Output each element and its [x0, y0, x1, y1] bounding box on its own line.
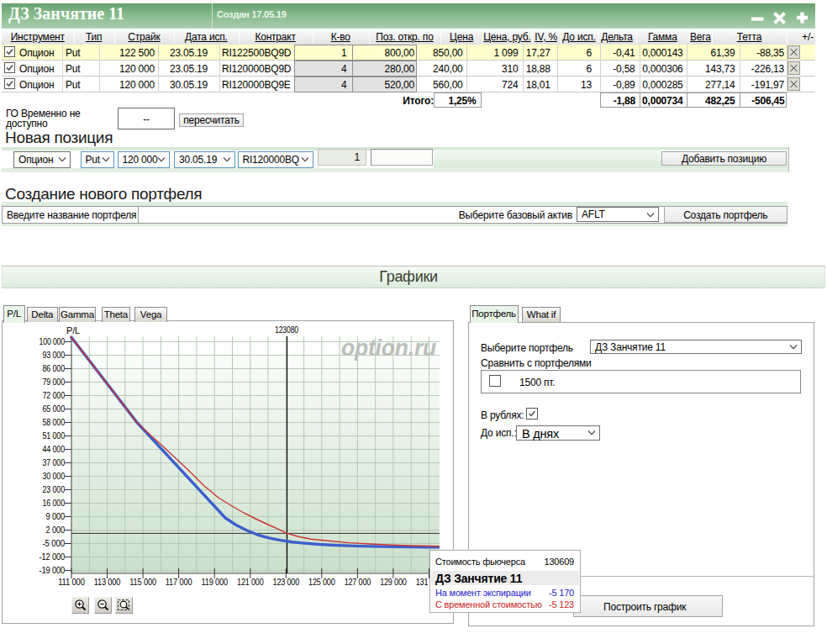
svg-text:117 000: 117 000 [166, 577, 192, 587]
svg-text:125 000: 125 000 [308, 577, 335, 587]
svg-text:-19 000: -19 000 [40, 565, 66, 575]
svg-text:9 000: 9 000 [46, 511, 66, 521]
svg-text:51 000: 51 000 [43, 430, 66, 441]
svg-text:P/L: P/L [66, 325, 80, 335]
svg-text:123080: 123080 [275, 325, 298, 335]
svg-text:58 000: 58 000 [43, 417, 66, 427]
svg-text:113 000: 113 000 [94, 577, 121, 587]
svg-text:86 000: 86 000 [43, 363, 66, 373]
svg-text:79 000: 79 000 [43, 377, 66, 387]
svg-text:-5 000: -5 000 [43, 538, 66, 548]
svg-text:23 000: 23 000 [43, 484, 66, 494]
svg-text:93 000: 93 000 [43, 350, 66, 360]
svg-text:2 000: 2 000 [46, 525, 66, 535]
svg-text:44 000: 44 000 [43, 444, 66, 454]
svg-text:37 000: 37 000 [43, 457, 66, 467]
svg-text:65 000: 65 000 [43, 404, 66, 414]
svg-text:115 000: 115 000 [129, 577, 156, 587]
svg-text:119 000: 119 000 [201, 577, 228, 587]
svg-text:30 000: 30 000 [43, 471, 66, 481]
svg-text:123 000: 123 000 [273, 577, 300, 587]
svg-text:16 000: 16 000 [43, 498, 66, 508]
svg-text:129 000: 129 000 [380, 577, 407, 587]
svg-text:111 000: 111 000 [58, 577, 85, 587]
svg-text:-12 000: -12 000 [40, 552, 66, 562]
svg-text:121 000: 121 000 [237, 577, 264, 587]
svg-text:127 000: 127 000 [345, 577, 371, 587]
svg-text:72 000: 72 000 [43, 390, 66, 400]
svg-text:option.ru: option.ru [341, 335, 436, 361]
svg-text:100 000: 100 000 [40, 336, 66, 346]
